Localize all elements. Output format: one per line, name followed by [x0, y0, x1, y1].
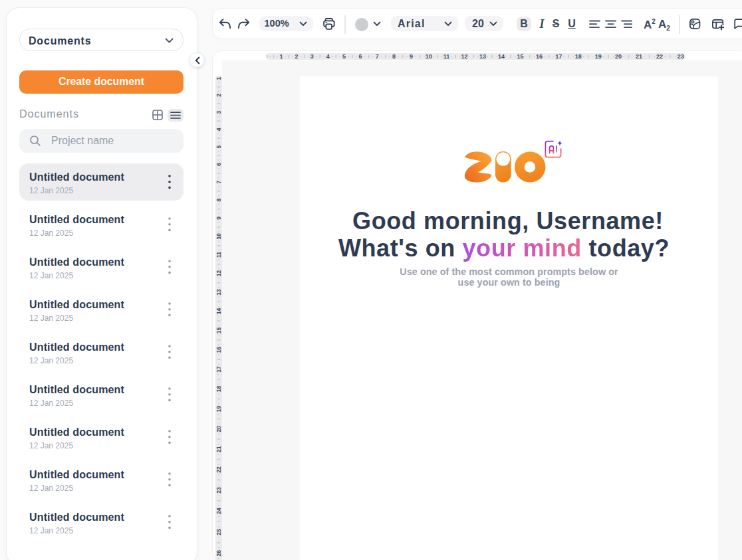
svg-text:1: 1	[215, 77, 222, 80]
svg-text:9: 9	[215, 217, 222, 220]
svg-text:3: 3	[215, 110, 222, 114]
svg-text:7: 7	[376, 53, 379, 60]
svg-text:13: 13	[215, 289, 222, 296]
svg-text:20: 20	[615, 53, 622, 60]
svg-text:11: 11	[443, 53, 450, 60]
svg-text:22: 22	[656, 53, 663, 60]
svg-text:3: 3	[310, 53, 314, 60]
svg-text:18: 18	[215, 386, 222, 393]
svg-text:5: 5	[342, 53, 346, 60]
svg-text:13: 13	[479, 53, 486, 60]
svg-text:17: 17	[555, 53, 562, 60]
svg-text:4: 4	[215, 128, 222, 131]
svg-text:6: 6	[215, 163, 222, 166]
svg-text:8: 8	[392, 53, 396, 60]
svg-text:23: 23	[215, 487, 222, 494]
svg-text:17: 17	[215, 366, 222, 373]
svg-text:10: 10	[215, 233, 222, 240]
svg-text:24: 24	[215, 508, 222, 514]
svg-text:6: 6	[359, 53, 362, 60]
svg-text:20: 20	[215, 426, 222, 432]
svg-text:22: 22	[215, 466, 222, 473]
svg-text:2: 2	[295, 53, 298, 60]
svg-text:14: 14	[215, 308, 222, 315]
svg-text:1: 1	[279, 53, 283, 60]
svg-text:12: 12	[215, 270, 222, 277]
svg-text:19: 19	[595, 53, 602, 60]
svg-text:16: 16	[536, 53, 543, 60]
svg-text:5: 5	[215, 145, 222, 148]
svg-text:15: 15	[517, 53, 523, 60]
svg-text:19: 19	[215, 406, 222, 413]
svg-text:2: 2	[215, 94, 222, 97]
svg-text:21: 21	[636, 53, 642, 60]
svg-text:21: 21	[215, 446, 222, 452]
svg-text:25: 25	[215, 529, 222, 535]
svg-text:11: 11	[215, 252, 222, 258]
svg-text:8: 8	[215, 198, 222, 201]
svg-text:16: 16	[215, 347, 222, 353]
svg-text:4: 4	[326, 53, 330, 60]
svg-text:7: 7	[215, 181, 222, 184]
svg-text:14: 14	[498, 53, 505, 60]
svg-text:10: 10	[426, 53, 432, 60]
svg-text:26: 26	[215, 550, 222, 557]
svg-text:12: 12	[461, 53, 468, 60]
svg-text:23: 23	[678, 53, 684, 60]
svg-text:15: 15	[215, 327, 222, 333]
svg-text:9: 9	[410, 53, 413, 60]
svg-text:18: 18	[575, 53, 582, 60]
